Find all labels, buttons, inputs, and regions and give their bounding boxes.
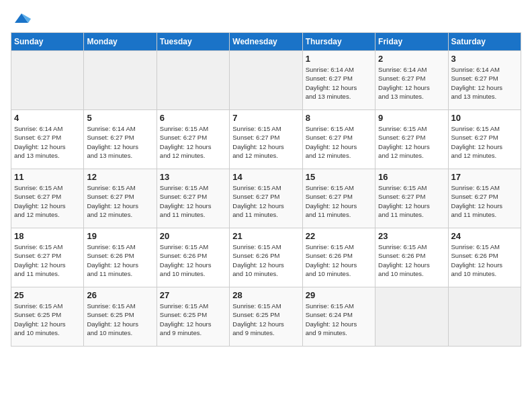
calendar-cell [375, 287, 448, 347]
day-info: Sunrise: 6:15 AMSunset: 6:25 PMDaylight:… [160, 302, 226, 337]
calendar-cell: 16Sunrise: 6:15 AMSunset: 6:27 PMDayligh… [375, 169, 448, 228]
day-info: Sunrise: 6:14 AMSunset: 6:27 PMDaylight:… [87, 124, 153, 160]
logo [11, 11, 31, 26]
calendar-cell: 19Sunrise: 6:15 AMSunset: 6:26 PMDayligh… [84, 228, 157, 287]
calendar-cell: 21Sunrise: 6:15 AMSunset: 6:26 PMDayligh… [230, 228, 302, 287]
calendar-cell: 1Sunrise: 6:14 AMSunset: 6:27 PMDaylight… [302, 51, 375, 110]
day-info: Sunrise: 6:15 AMSunset: 6:25 PMDaylight:… [14, 302, 81, 337]
day-number: 22 [306, 231, 372, 241]
logo-icon [12, 11, 31, 26]
calendar-cell [11, 51, 84, 110]
day-number: 7 [232, 113, 299, 123]
day-info: Sunrise: 6:15 AMSunset: 6:27 PMDaylight:… [451, 183, 518, 219]
day-info: Sunrise: 6:15 AMSunset: 6:27 PMDaylight:… [232, 183, 299, 219]
day-info: Sunrise: 6:15 AMSunset: 6:25 PMDaylight:… [232, 302, 299, 337]
calendar-cell: 9Sunrise: 6:15 AMSunset: 6:27 PMDaylight… [375, 110, 448, 169]
day-number: 25 [14, 290, 81, 300]
day-number: 1 [306, 54, 372, 64]
calendar-cell [84, 51, 157, 110]
day-number: 11 [14, 172, 81, 182]
day-number: 26 [87, 290, 153, 300]
day-info: Sunrise: 6:15 AMSunset: 6:27 PMDaylight:… [306, 183, 372, 219]
day-info: Sunrise: 6:15 AMSunset: 6:27 PMDaylight:… [451, 124, 518, 160]
day-info: Sunrise: 6:15 AMSunset: 6:27 PMDaylight:… [378, 124, 445, 160]
day-info: Sunrise: 6:15 AMSunset: 6:27 PMDaylight:… [232, 124, 299, 160]
day-info: Sunrise: 6:15 AMSunset: 6:27 PMDaylight:… [378, 183, 445, 219]
day-number: 5 [87, 113, 153, 123]
day-info: Sunrise: 6:15 AMSunset: 6:27 PMDaylight:… [160, 124, 226, 160]
calendar-cell: 15Sunrise: 6:15 AMSunset: 6:27 PMDayligh… [302, 169, 375, 228]
calendar-cell: 28Sunrise: 6:15 AMSunset: 6:25 PMDayligh… [230, 287, 302, 347]
calendar-table: SundayMondayTuesdayWednesdayThursdayFrid… [11, 32, 521, 347]
day-number: 13 [160, 172, 226, 182]
day-number: 10 [451, 113, 518, 123]
day-number: 3 [451, 54, 518, 64]
day-number: 21 [232, 231, 299, 241]
day-number: 6 [160, 113, 226, 123]
day-info: Sunrise: 6:15 AMSunset: 6:27 PMDaylight:… [160, 183, 226, 219]
day-info: Sunrise: 6:14 AMSunset: 6:27 PMDaylight:… [14, 124, 81, 160]
calendar-header: SundayMondayTuesdayWednesdayThursdayFrid… [11, 33, 521, 51]
calendar-cell [448, 287, 521, 347]
calendar-body: 1Sunrise: 6:14 AMSunset: 6:27 PMDaylight… [11, 51, 521, 347]
day-info: Sunrise: 6:15 AMSunset: 6:27 PMDaylight:… [87, 183, 153, 219]
calendar-cell: 13Sunrise: 6:15 AMSunset: 6:27 PMDayligh… [157, 169, 229, 228]
calendar-cell: 6Sunrise: 6:15 AMSunset: 6:27 PMDaylight… [157, 110, 229, 169]
day-info: Sunrise: 6:15 AMSunset: 6:26 PMDaylight:… [87, 242, 153, 278]
calendar-cell: 11Sunrise: 6:15 AMSunset: 6:27 PMDayligh… [11, 169, 84, 228]
calendar-cell: 25Sunrise: 6:15 AMSunset: 6:25 PMDayligh… [11, 287, 84, 347]
day-number: 23 [378, 231, 445, 241]
calendar-cell: 12Sunrise: 6:15 AMSunset: 6:27 PMDayligh… [84, 169, 157, 228]
day-number: 16 [378, 172, 445, 182]
calendar-cell: 5Sunrise: 6:14 AMSunset: 6:27 PMDaylight… [84, 110, 157, 169]
calendar-week-0: 1Sunrise: 6:14 AMSunset: 6:27 PMDaylight… [11, 51, 521, 110]
calendar-cell: 7Sunrise: 6:15 AMSunset: 6:27 PMDaylight… [230, 110, 302, 169]
calendar-cell: 24Sunrise: 6:15 AMSunset: 6:26 PMDayligh… [448, 228, 521, 287]
calendar-week-1: 4Sunrise: 6:14 AMSunset: 6:27 PMDaylight… [11, 110, 521, 169]
weekday-header-monday: Monday [84, 33, 157, 51]
day-number: 15 [306, 172, 372, 182]
calendar-cell: 10Sunrise: 6:15 AMSunset: 6:27 PMDayligh… [448, 110, 521, 169]
calendar-cell [230, 51, 302, 110]
day-info: Sunrise: 6:15 AMSunset: 6:27 PMDaylight:… [14, 183, 81, 219]
calendar-week-4: 25Sunrise: 6:15 AMSunset: 6:25 PMDayligh… [11, 287, 521, 347]
calendar-cell: 27Sunrise: 6:15 AMSunset: 6:25 PMDayligh… [157, 287, 229, 347]
calendar-week-2: 11Sunrise: 6:15 AMSunset: 6:27 PMDayligh… [11, 169, 521, 228]
day-info: Sunrise: 6:15 AMSunset: 6:24 PMDaylight:… [306, 302, 372, 337]
day-number: 29 [306, 290, 372, 300]
day-info: Sunrise: 6:14 AMSunset: 6:27 PMDaylight:… [306, 65, 372, 101]
day-number: 2 [378, 54, 445, 64]
day-number: 9 [378, 113, 445, 123]
day-number: 19 [87, 231, 153, 241]
weekday-header-thursday: Thursday [302, 33, 375, 51]
weekday-header-tuesday: Tuesday [157, 33, 229, 51]
calendar-cell: 26Sunrise: 6:15 AMSunset: 6:25 PMDayligh… [84, 287, 157, 347]
calendar-cell: 18Sunrise: 6:15 AMSunset: 6:27 PMDayligh… [11, 228, 84, 287]
day-number: 12 [87, 172, 153, 182]
day-info: Sunrise: 6:15 AMSunset: 6:26 PMDaylight:… [160, 242, 226, 278]
day-number: 20 [160, 231, 226, 241]
day-info: Sunrise: 6:15 AMSunset: 6:27 PMDaylight:… [306, 124, 372, 160]
day-number: 28 [232, 290, 299, 300]
day-info: Sunrise: 6:15 AMSunset: 6:26 PMDaylight:… [306, 242, 372, 278]
weekday-header-sunday: Sunday [11, 33, 84, 51]
day-info: Sunrise: 6:15 AMSunset: 6:25 PMDaylight:… [87, 302, 153, 337]
calendar-cell: 17Sunrise: 6:15 AMSunset: 6:27 PMDayligh… [448, 169, 521, 228]
weekday-header-saturday: Saturday [448, 33, 521, 51]
day-number: 24 [451, 231, 518, 241]
day-info: Sunrise: 6:15 AMSunset: 6:26 PMDaylight:… [232, 242, 299, 278]
day-number: 8 [306, 113, 372, 123]
calendar-cell: 20Sunrise: 6:15 AMSunset: 6:26 PMDayligh… [157, 228, 229, 287]
day-number: 17 [451, 172, 518, 182]
weekday-header-wednesday: Wednesday [230, 33, 302, 51]
page-header [11, 11, 521, 26]
calendar-cell: 8Sunrise: 6:15 AMSunset: 6:27 PMDaylight… [302, 110, 375, 169]
day-number: 4 [14, 113, 81, 123]
calendar-cell: 23Sunrise: 6:15 AMSunset: 6:26 PMDayligh… [375, 228, 448, 287]
day-info: Sunrise: 6:15 AMSunset: 6:26 PMDaylight:… [378, 242, 445, 278]
weekday-header-friday: Friday [375, 33, 448, 51]
calendar-week-3: 18Sunrise: 6:15 AMSunset: 6:27 PMDayligh… [11, 228, 521, 287]
day-info: Sunrise: 6:14 AMSunset: 6:27 PMDaylight:… [451, 65, 518, 101]
calendar-cell: 14Sunrise: 6:15 AMSunset: 6:27 PMDayligh… [230, 169, 302, 228]
day-info: Sunrise: 6:15 AMSunset: 6:27 PMDaylight:… [14, 242, 81, 278]
